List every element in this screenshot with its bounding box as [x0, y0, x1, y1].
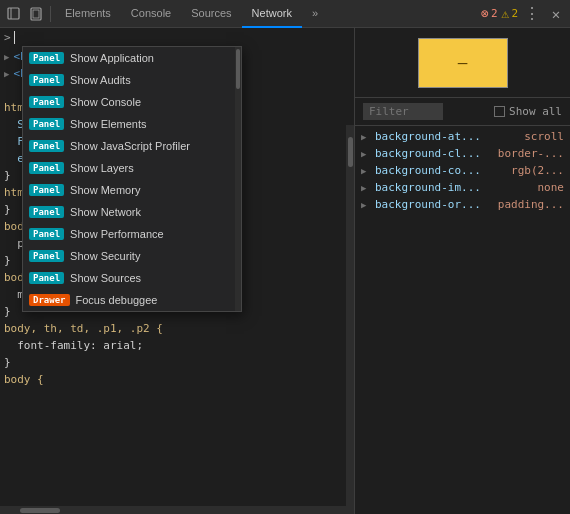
ac-item-label: Show Elements — [70, 118, 146, 130]
ac-item-label: Show Sources — [70, 272, 141, 284]
ac-item-label: Show Security — [70, 250, 140, 262]
style-property-row[interactable]: ▶background-co...rgb(2... — [359, 162, 566, 179]
command-prompt: > — [4, 31, 11, 44]
show-all-label: Show all — [509, 105, 562, 118]
style-property-name: background-cl... — [375, 147, 494, 160]
separator — [50, 6, 51, 22]
autocomplete-item[interactable]: PanelShow Sources — [23, 267, 241, 289]
svg-rect-0 — [8, 8, 19, 19]
ac-item-label: Show Layers — [70, 162, 134, 174]
tab-network[interactable]: Network — [242, 0, 302, 28]
color-swatch: — — [418, 38, 508, 88]
style-property-name: background-or... — [375, 198, 494, 211]
tab-elements[interactable]: Elements — [55, 0, 121, 28]
vertical-scrollbar[interactable] — [346, 125, 354, 514]
ac-item-label: Show Audits — [70, 74, 131, 86]
h-scrollbar-thumb — [20, 508, 60, 513]
scrollbar-thumb — [236, 49, 240, 89]
autocomplete-item[interactable]: PanelShow Audits — [23, 69, 241, 91]
toolbar-right: ⊗ 2 ⚠ 2 ⋮ ✕ — [481, 4, 566, 24]
style-property-name: background-co... — [375, 164, 507, 177]
ac-badge-panel: Panel — [29, 206, 64, 218]
swatch-dash: — — [458, 53, 468, 72]
expand-arrow-icon: ▶ — [361, 166, 371, 176]
command-input-row: > — [0, 28, 354, 46]
style-property-row[interactable]: ▶background-im...none — [359, 179, 566, 196]
more-menu-button[interactable]: ⋮ — [522, 4, 542, 24]
tab-console[interactable]: Console — [121, 0, 181, 28]
ac-item-label: Focus debuggee — [76, 294, 158, 306]
svg-rect-3 — [33, 10, 39, 18]
ac-badge-panel: Panel — [29, 74, 64, 86]
filter-area — [363, 103, 443, 120]
cursor — [14, 31, 15, 44]
show-all-toggle[interactable]: Show all — [494, 105, 562, 118]
style-property-row[interactable]: ▶background-cl...border-... — [359, 145, 566, 162]
code-line: body, th, td, .p1, .p2 { — [0, 320, 354, 337]
expand-arrow-icon: ▶ — [361, 183, 371, 193]
error-badge: ⊗ 2 — [481, 6, 497, 21]
tab-more[interactable]: » — [302, 0, 328, 28]
ac-item-label: Show Memory — [70, 184, 140, 196]
expand-arrow-icon: ▶ — [361, 200, 371, 210]
ac-badge-panel: Panel — [29, 228, 64, 240]
triangle-icon: ▶ — [4, 49, 9, 66]
style-property-row[interactable]: ▶background-or...padding... — [359, 196, 566, 213]
color-preview: — — [355, 28, 570, 98]
style-property-name: background-at... — [375, 130, 520, 143]
ac-badge-panel: Panel — [29, 96, 64, 108]
ac-badge-panel: Panel — [29, 184, 64, 196]
style-property-value: padding... — [498, 198, 564, 211]
code-line: } — [0, 354, 354, 371]
ac-item-label: Show Performance — [70, 228, 164, 240]
code-line: body { — [0, 371, 354, 388]
warn-badge: ⚠ 2 — [502, 6, 518, 21]
ac-badge-panel: Panel — [29, 250, 64, 262]
main-area: > PanelShow ApplicationPanelShow AuditsP… — [0, 28, 570, 514]
ac-badge-drawer: Drawer — [29, 294, 70, 306]
autocomplete-item[interactable]: PanelShow Console — [23, 91, 241, 113]
style-property-value: scroll — [524, 130, 564, 143]
device-icon[interactable] — [26, 4, 46, 24]
ac-badge-panel: Panel — [29, 162, 64, 174]
inspect-icon[interactable] — [4, 4, 24, 24]
autocomplete-item[interactable]: PanelShow JavaScript Profiler — [23, 135, 241, 157]
triangle-icon: ▶ — [4, 66, 9, 83]
style-property-name: background-im... — [375, 181, 534, 194]
autocomplete-item[interactable]: PanelShow Layers — [23, 157, 241, 179]
ac-badge-panel: Panel — [29, 118, 64, 130]
autocomplete-item[interactable]: PanelShow Elements — [23, 113, 241, 135]
style-property-value: border-... — [498, 147, 564, 160]
autocomplete-dropdown: PanelShow ApplicationPanelShow AuditsPan… — [22, 46, 242, 312]
code-line: font-family: arial; — [0, 337, 354, 354]
error-count: 2 — [491, 7, 498, 20]
devtools-toolbar: Elements Console Sources Network » ⊗ 2 ⚠… — [0, 0, 570, 28]
autocomplete-scrollbar[interactable] — [235, 47, 241, 311]
ac-item-label: Show Application — [70, 52, 154, 64]
autocomplete-item[interactable]: PanelShow Performance — [23, 223, 241, 245]
warn-count: 2 — [511, 7, 518, 20]
autocomplete-item[interactable]: PanelShow Memory — [23, 179, 241, 201]
style-property-value: rgb(2... — [511, 164, 564, 177]
horizontal-scrollbar[interactable] — [0, 506, 346, 514]
style-property-row[interactable]: ▶background-at...scroll — [359, 128, 566, 145]
autocomplete-list: PanelShow ApplicationPanelShow AuditsPan… — [23, 47, 241, 311]
expand-arrow-icon: ▶ — [361, 149, 371, 159]
ac-item-label: Show JavaScript Profiler — [70, 140, 190, 152]
ac-item-label: Show Console — [70, 96, 141, 108]
autocomplete-item[interactable]: DrawerFocus debuggee — [23, 289, 241, 311]
tab-list: Elements Console Sources Network » — [55, 0, 479, 28]
styles-list: ▶background-at...scroll▶background-cl...… — [355, 126, 570, 514]
filter-input[interactable] — [363, 103, 443, 120]
styles-header: Show all — [355, 98, 570, 126]
close-button[interactable]: ✕ — [546, 4, 566, 24]
autocomplete-item[interactable]: PanelShow Security — [23, 245, 241, 267]
ac-item-label: Show Network — [70, 206, 141, 218]
autocomplete-item[interactable]: PanelShow Application — [23, 47, 241, 69]
styles-panel: — Show all ▶background-at...scroll▶backg… — [355, 28, 570, 514]
autocomplete-item[interactable]: PanelShow Network — [23, 201, 241, 223]
tab-sources[interactable]: Sources — [181, 0, 241, 28]
code-panel: > PanelShow ApplicationPanelShow AuditsP… — [0, 28, 355, 514]
ac-badge-panel: Panel — [29, 140, 64, 152]
show-all-checkbox[interactable] — [494, 106, 505, 117]
